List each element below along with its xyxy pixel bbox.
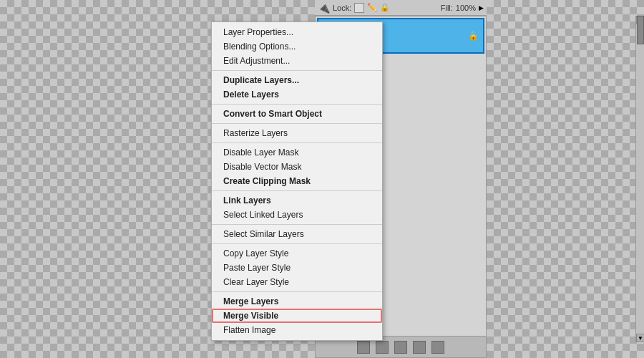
menu-separator <box>212 142 382 143</box>
menu-item-clear-layer-style[interactable]: Clear Layer Style <box>212 275 382 289</box>
menu-item-select-linked-layers[interactable]: Select Linked Layers <box>212 208 382 222</box>
scroll-thumb[interactable] <box>637 16 644 44</box>
menu-item-create-clipping-mask[interactable]: Create Clipping Mask <box>212 174 382 188</box>
menu-item-merge-layers[interactable]: Merge Layers <box>212 294 382 309</box>
scroll-down-arrow[interactable]: ▼ <box>636 334 644 342</box>
menu-item-delete-layers[interactable]: Delete Layers <box>212 87 382 102</box>
menu-item-convert-to-smart-object[interactable]: Convert to Smart Object <box>212 107 382 121</box>
menu-separator <box>212 70 382 71</box>
lock-label: Lock: <box>333 4 351 12</box>
menu-item-merge-visible[interactable]: Merge Visible <box>212 309 382 323</box>
menu-item-flatten-image[interactable]: Flatten Image <box>212 323 382 337</box>
menu-item-link-layers[interactable]: Link Layers <box>212 193 382 208</box>
menu-item-blending-options[interactable]: Blending Options... <box>212 39 382 54</box>
context-menu: Layer Properties...Blending Options...Ed… <box>211 21 383 341</box>
fill-value: 100% <box>456 4 476 12</box>
menu-separator <box>212 291 382 292</box>
menu-item-edit-adjustment[interactable]: Edit Adjustment... <box>212 54 382 68</box>
scrollbar[interactable]: ▲ ▼ <box>635 16 644 342</box>
lock-check-icon <box>354 3 364 13</box>
lock-icon-2: 🔒 <box>380 3 390 12</box>
fill-arrow-icon: ▶ <box>479 4 484 11</box>
menu-separator <box>212 224 382 225</box>
menu-item-copy-layer-style[interactable]: Copy Layer Style <box>212 246 382 261</box>
usb-icon: 🔌 <box>318 2 330 14</box>
ps-toolbar: 🔌 Lock: ✏️ 🔒 Fill: 100% ▶ <box>315 0 487 16</box>
menu-separator <box>212 243 382 244</box>
menu-item-select-similar-layers[interactable]: Select Similar Layers <box>212 227 382 241</box>
menu-separator <box>212 104 382 105</box>
menu-item-rasterize-layers[interactable]: Rasterize Layers <box>212 126 382 140</box>
add-style-icon[interactable] <box>357 341 370 354</box>
delete-layer-icon[interactable] <box>431 341 444 354</box>
lock-icon-1: ✏️ <box>367 3 377 12</box>
fill-label: Fill: <box>441 4 453 12</box>
menu-item-paste-layer-style[interactable]: Paste Layer Style <box>212 261 382 275</box>
add-mask-icon[interactable] <box>376 341 389 354</box>
menu-item-layer-properties[interactable]: Layer Properties... <box>212 25 382 39</box>
menu-separator <box>212 190 382 191</box>
menu-item-disable-vector-mask[interactable]: Disable Vector Mask <box>212 160 382 174</box>
add-group-icon[interactable] <box>394 341 407 354</box>
new-layer-icon[interactable] <box>413 341 426 354</box>
layer-lock-icon: 🔒 <box>468 31 479 41</box>
menu-item-disable-layer-mask[interactable]: Disable Layer Mask <box>212 145 382 160</box>
menu-item-duplicate-layers[interactable]: Duplicate Layers... <box>212 73 382 87</box>
menu-separator <box>212 123 382 124</box>
